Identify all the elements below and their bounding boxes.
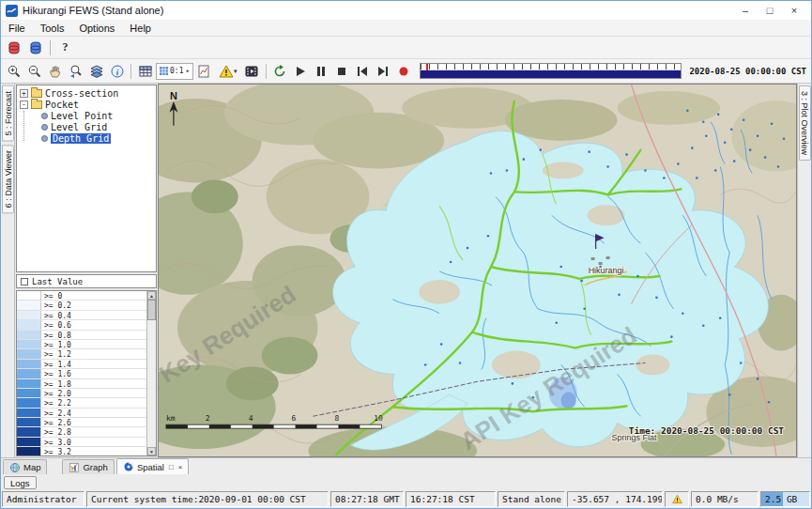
tab-map[interactable]: Map [3,459,47,474]
toolbar-separator [266,64,267,79]
layers-icon [89,64,104,79]
tab-graph[interactable]: Graph [62,459,114,474]
info-button[interactable]: i [107,62,127,81]
legend-swatch [17,360,41,368]
grid-display-button[interactable] [135,62,155,81]
tree-item-level-grid[interactable]: Level Grid [17,121,156,132]
zoom-previous-icon [69,64,84,79]
legend-label: >= 0.8 [41,331,71,339]
expand-icon[interactable]: + [20,89,28,98]
pan-hand-icon [48,64,63,79]
spatial-icon [123,461,134,472]
play-button[interactable] [291,62,311,81]
database-button[interactable] [4,39,23,57]
legend-row: >= 3.0 [17,438,146,447]
legend-swatch [17,340,41,348]
window-title: Hikurangi FEWS (Stand alone) [23,5,163,16]
layer-tree: + Cross-section - Pocket Level Point Lev… [16,85,157,272]
legend-row: >= 2.4 [17,409,146,418]
ensemble-icon [160,67,168,75]
map-canvas[interactable]: API Key Required API Key Required Hikura… [158,84,797,457]
profile-icon [196,64,211,79]
help-icon: ? [63,40,69,54]
tree-item-level-point[interactable]: Level Point [17,110,156,121]
legend-swatch [17,331,41,339]
tree-item-label-selected: Depth Grid [51,133,111,144]
place-label-hikurangi: Hikurangi [589,266,624,275]
left-tab-strip: 5 : Forecast 6 : Data Viewer [1,84,15,457]
status-memory: 2.5 GB [760,491,810,507]
movie-icon [244,64,259,79]
menu-help[interactable]: Help [122,22,159,35]
help-button[interactable]: ? [55,39,75,57]
tree-item-pocket[interactable]: - Pocket [17,99,156,110]
database-export-button[interactable] [25,39,45,57]
legend-scrollbar[interactable]: ▲ ▼ [146,291,156,455]
float-icon[interactable]: □ [169,463,174,471]
menu-file[interactable]: File [1,22,33,35]
logs-panel-bar: Logs [1,474,811,490]
globe-icon [9,462,21,473]
close-tab-icon[interactable]: × [178,463,183,471]
database-icon [7,40,22,55]
logs-button[interactable]: Logs [4,476,37,489]
legend-row: >= 3.2 [17,447,146,455]
last-frame-button[interactable] [374,62,393,81]
info-icon: i [110,64,125,79]
status-warning[interactable] [665,491,689,507]
record-button[interactable] [394,62,414,81]
status-local-time: 16:27:18 CST [406,491,496,507]
pan-button[interactable] [45,62,65,81]
scroll-down-icon[interactable]: ▼ [147,447,156,455]
legend-rows: >= 0 >= 0.2 >= 0.4 >= 0.6 >= 0.8 >= 1.0 … [17,291,146,455]
pause-button[interactable] [312,62,331,81]
legend-swatch [17,301,41,309]
zoom-previous-button[interactable] [66,62,85,81]
close-button[interactable]: × [782,5,806,16]
svg-text:N: N [170,90,177,101]
export-animation-button[interactable] [270,62,290,81]
zoom-out-button[interactable] [24,62,44,81]
scrollbar-thumb[interactable] [147,300,156,320]
grid-icon [138,64,153,79]
stop-button[interactable] [332,62,352,81]
legend-row: >= 0.6 [17,320,146,330]
tab-data-viewer[interactable]: 6 : Data Viewer [2,145,14,213]
profile-button[interactable] [194,62,214,81]
status-mode: Stand alone [498,491,565,507]
tab-plot-overview[interactable]: 3 : Plot Overview [799,85,811,161]
legend-header: Last Value [16,274,157,288]
last-value-checkbox[interactable] [21,278,28,285]
legend-label: >= 0 [41,291,62,300]
legend-swatch [17,291,41,300]
first-frame-button[interactable] [353,62,373,81]
zoom-in-button[interactable] [4,62,23,81]
skip-start-icon [355,64,370,79]
menu-options[interactable]: Options [71,22,122,35]
legend-label: >= 2.2 [41,398,71,407]
maximize-button[interactable]: □ [758,5,782,16]
tree-item-depth-grid[interactable]: Depth Grid [17,132,156,144]
legend-swatch [17,389,41,397]
minimize-button[interactable]: – [733,5,758,16]
app-icon [6,5,18,17]
time-slider-marker[interactable] [426,64,428,70]
tree-item-cross-section[interactable]: + Cross-section [17,87,156,99]
scroll-up-icon[interactable]: ▲ [147,291,156,300]
tab-spatial[interactable]: Spatial □ × [116,458,190,474]
layers-button[interactable] [86,62,106,81]
node-icon [41,124,48,131]
thresholds-button[interactable]: ▾ [215,62,241,81]
ensemble-value: 0:1 [170,67,183,75]
collapse-icon[interactable]: - [20,100,28,109]
animation-button[interactable] [242,62,262,81]
time-slider[interactable] [420,63,682,79]
legend-swatch [17,447,41,455]
legend-row: >= 0.2 [17,301,146,310]
menu-tools[interactable]: Tools [33,22,72,35]
svg-text:8: 8 [334,414,339,423]
tab-forecast[interactable]: 5 : Forecast [2,85,14,142]
legend-row: >= 0.8 [17,331,146,340]
ensemble-selector[interactable]: 0:1 ▾ [156,63,193,80]
legend-label: >= 1.6 [41,369,71,378]
